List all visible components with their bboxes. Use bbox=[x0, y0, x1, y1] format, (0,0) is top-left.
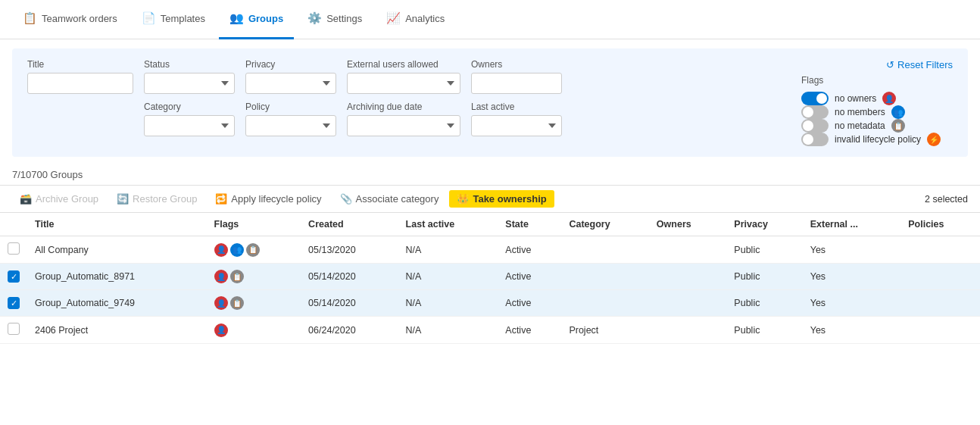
reset-filters-button[interactable]: ↺ Reset Filters bbox=[886, 59, 953, 70]
archiving-label: Archiving due date bbox=[347, 102, 460, 112]
row-checkbox-1[interactable] bbox=[8, 242, 20, 255]
privacy-label: Privacy bbox=[245, 59, 336, 70]
flag-row-no_metadata: no metadata📋 bbox=[801, 119, 953, 133]
filter-status: Status bbox=[144, 59, 235, 94]
restore-group-button[interactable]: 🔄 Restore Group bbox=[109, 190, 204, 208]
flag-chip-gray: 📋 bbox=[230, 296, 244, 310]
nav-item-analytics[interactable]: 📈Analytics bbox=[376, 0, 455, 39]
nav-label-groups: Groups bbox=[248, 13, 283, 24]
reset-icon: ↺ bbox=[886, 59, 894, 70]
row-owners-4 bbox=[649, 317, 727, 344]
flag-toggle-no_owners[interactable] bbox=[801, 92, 829, 105]
nav-item-templates[interactable]: 📄Templates bbox=[131, 0, 216, 39]
table-row: ✓Group_Automatic_8971👤📋05/14/2020N/AActi… bbox=[0, 264, 980, 290]
archive-group-button[interactable]: 🗃️ Archive Group bbox=[12, 190, 106, 208]
row-title-2: Group_Automatic_8971 bbox=[27, 264, 207, 290]
row-external-3: Yes bbox=[803, 290, 901, 317]
flags-section: Flags no owners👤no members👥no metadata📋i… bbox=[801, 75, 953, 146]
row-created-3: 05/14/2020 bbox=[301, 290, 398, 317]
nav-label-teamwork: Teamwork orders bbox=[42, 13, 117, 24]
row-owners-2 bbox=[649, 264, 727, 290]
reset-filters-label: Reset Filters bbox=[897, 59, 953, 70]
row-last-active-3: N/A bbox=[398, 290, 498, 317]
row-created-4: 06/24/2020 bbox=[301, 317, 398, 344]
nav-icon-analytics: 📈 bbox=[386, 11, 401, 25]
flag-chip-gray: 📋 bbox=[246, 243, 260, 257]
row-checkbox-4[interactable] bbox=[8, 323, 20, 335]
owners-input[interactable] bbox=[471, 73, 562, 94]
row-flags-4: 👤 bbox=[207, 317, 301, 344]
external-label: External users allowed bbox=[347, 59, 460, 70]
policy-label: Policy bbox=[245, 102, 336, 112]
flag-toggle-no_members[interactable] bbox=[801, 105, 829, 119]
nav-item-settings[interactable]: ⚙️Settings bbox=[297, 0, 373, 39]
nav-item-teamwork[interactable]: 📋Teamwork orders bbox=[12, 0, 128, 39]
toggle-knob-no_metadata bbox=[803, 120, 813, 131]
col-header-last-active: Last active bbox=[398, 213, 498, 236]
nav-item-groups[interactable]: 👥Groups bbox=[219, 0, 294, 39]
flag-icon-no_metadata: 📋 bbox=[891, 119, 905, 133]
crown-icon: 👑 bbox=[457, 193, 469, 205]
nav-icon-templates: 📄 bbox=[142, 11, 156, 25]
privacy-select[interactable] bbox=[245, 73, 336, 94]
policy-select[interactable] bbox=[245, 115, 336, 136]
row-checkbox-3[interactable]: ✓ bbox=[8, 297, 20, 309]
table-header: TitleFlagsCreatedLast activeStateCategor… bbox=[0, 213, 980, 236]
flag-toggle-invalid_lifecycle[interactable] bbox=[801, 133, 829, 146]
row-category-3 bbox=[561, 290, 648, 317]
flag-row-invalid_lifecycle: invalid lifecycle policy⚡ bbox=[801, 133, 953, 146]
flags-title: Flags bbox=[801, 75, 953, 86]
last-active-select[interactable] bbox=[471, 115, 562, 136]
row-checkbox-2[interactable]: ✓ bbox=[8, 270, 20, 283]
title-input[interactable] bbox=[27, 73, 133, 94]
flag-toggle-no_metadata[interactable] bbox=[801, 119, 829, 133]
filter-category: Category bbox=[144, 102, 235, 136]
last-active-label: Last active bbox=[471, 102, 562, 112]
col-header-flags: Flags bbox=[207, 213, 301, 236]
external-select[interactable] bbox=[347, 73, 460, 94]
row-state-2: Active bbox=[498, 264, 561, 290]
row-checkbox-cell-4 bbox=[0, 317, 27, 344]
filters-panel: Title Status Privacy bbox=[12, 48, 968, 157]
filter-external: External users allowed bbox=[347, 59, 460, 94]
col-header-created: Created bbox=[301, 213, 398, 236]
status-select[interactable] bbox=[144, 73, 235, 94]
row-checkbox-cell-2: ✓ bbox=[0, 264, 27, 290]
nav-icon-groups: 👥 bbox=[229, 11, 244, 25]
row-privacy-4: Public bbox=[726, 317, 802, 344]
row-policies-2 bbox=[900, 264, 980, 290]
category-select[interactable] bbox=[144, 115, 235, 136]
associate-category-button[interactable]: 📎 Associate category bbox=[332, 190, 447, 208]
nav-label-settings: Settings bbox=[326, 13, 362, 24]
flag-icon-invalid_lifecycle: ⚡ bbox=[927, 133, 941, 146]
archiving-select[interactable] bbox=[347, 115, 460, 136]
row-created-2: 05/14/2020 bbox=[301, 264, 398, 290]
col-header-owners: Owners bbox=[649, 213, 727, 236]
row-last-active-1: N/A bbox=[398, 236, 498, 264]
filter-owners: Owners bbox=[471, 59, 562, 94]
row-state-3: Active bbox=[498, 290, 561, 317]
category-label: Category bbox=[144, 102, 235, 112]
row-category-4: Project bbox=[561, 317, 648, 344]
flag-label-no_metadata: no metadata bbox=[835, 120, 885, 131]
row-privacy-2: Public bbox=[726, 264, 802, 290]
table-body: All Company👤👥📋05/13/2020N/AActivePublicY… bbox=[0, 236, 980, 344]
flag-chip-red: 👤 bbox=[214, 323, 228, 337]
flag-chip-blue: 👥 bbox=[230, 243, 244, 257]
nav-icon-settings: ⚙️ bbox=[307, 11, 322, 25]
lifecycle-policy-button[interactable]: 🔁 Apply lifecycle policy bbox=[208, 190, 329, 208]
take-ownership-button[interactable]: 👑 Take ownership bbox=[449, 190, 554, 208]
filter-archiving: Archiving due date bbox=[347, 102, 460, 136]
row-external-1: Yes bbox=[803, 236, 901, 264]
flag-chip-red: 👤 bbox=[214, 296, 228, 310]
row-external-2: Yes bbox=[803, 264, 901, 290]
row-owners-1 bbox=[649, 236, 727, 264]
owners-label: Owners bbox=[471, 59, 562, 70]
nav-icon-teamwork: 📋 bbox=[23, 11, 37, 25]
groups-count: 7/10700 Groups bbox=[0, 166, 980, 185]
flag-icon-no_owners: 👤 bbox=[882, 92, 896, 105]
row-policies-1 bbox=[900, 236, 980, 264]
col-header-external-...: External ... bbox=[803, 213, 901, 236]
row-title-4: 2406 Project bbox=[27, 317, 207, 344]
nav-label-templates: Templates bbox=[161, 13, 205, 24]
